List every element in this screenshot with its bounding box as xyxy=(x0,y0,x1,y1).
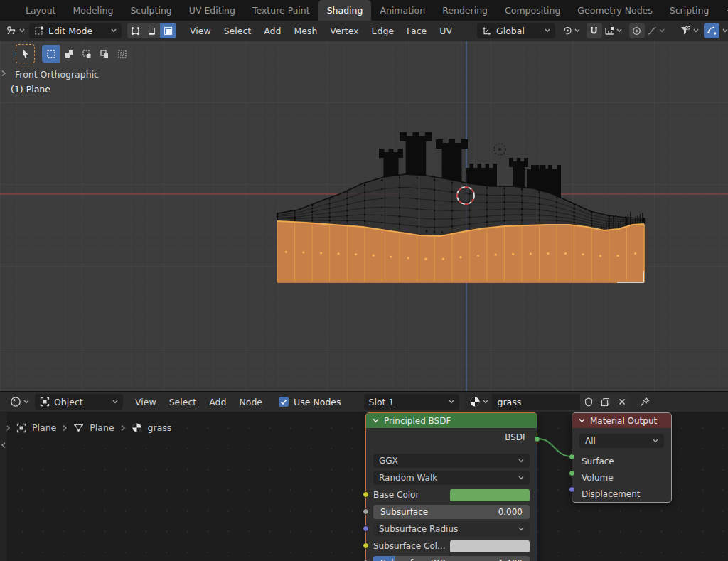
displacement-input-socket[interactable] xyxy=(569,486,575,493)
subsurface-slider[interactable]: Subsurface 0.000 xyxy=(373,505,530,519)
principled-node-header[interactable]: Principled BSDF xyxy=(366,413,537,428)
material-output-node[interactable]: Material Output All Surface Volume Displ… xyxy=(572,412,672,503)
volume-input-socket[interactable] xyxy=(569,470,575,476)
use-nodes-checkbox[interactable] xyxy=(279,397,289,407)
vertex-select-button[interactable] xyxy=(127,23,144,38)
base-color-socket[interactable] xyxy=(363,491,369,498)
editor-type-button[interactable] xyxy=(6,23,25,38)
collapse-arrow-icon[interactable] xyxy=(1,442,6,449)
subsurface-radius-dropdown[interactable]: Subsurface Radius xyxy=(373,522,530,536)
select-mode-extend-button[interactable] xyxy=(60,45,77,63)
tab-geometry-nodes[interactable]: Geometry Nodes xyxy=(569,0,660,21)
tab-shading[interactable]: Shading xyxy=(318,0,372,21)
filter-dropdown[interactable] xyxy=(677,23,701,38)
menu-uv[interactable]: UV xyxy=(433,23,459,39)
breadcrumb-material[interactable]: grass xyxy=(148,422,172,433)
surface-input-socket[interactable] xyxy=(569,454,575,460)
select-difference-icon xyxy=(100,49,109,59)
menu-mesh[interactable]: Mesh xyxy=(287,23,323,39)
breadcrumb-mesh[interactable]: Plane xyxy=(90,422,114,433)
use-nodes-toggle[interactable]: Use Nodes xyxy=(279,397,341,407)
tab-compositing[interactable]: Compositing xyxy=(496,0,569,21)
proportional-editing-button[interactable] xyxy=(629,23,645,38)
menu-vertex[interactable]: Vertex xyxy=(323,23,365,39)
mode-dropdown[interactable]: Edit Mode xyxy=(29,23,122,38)
subsurface-ior-slider[interactable]: Subsurface IOR 1.400 xyxy=(373,556,530,561)
chevron-down-icon xyxy=(518,476,524,480)
viewport-canvas[interactable] xyxy=(0,21,728,391)
edge-select-button[interactable] xyxy=(144,23,160,38)
chevron-down-icon xyxy=(722,28,728,33)
material-name-field[interactable]: grass xyxy=(492,397,580,407)
material-browse-button[interactable] xyxy=(465,394,492,410)
slot-dropdown[interactable]: Slot 1 xyxy=(364,394,459,410)
fake-user-button[interactable] xyxy=(580,394,597,410)
base-color-swatch[interactable] xyxy=(450,489,530,501)
editor-type-button-shader[interactable] xyxy=(10,394,29,410)
menu-add[interactable]: Add xyxy=(257,23,287,39)
menu-select[interactable]: Select xyxy=(218,23,258,39)
menu-face[interactable]: Face xyxy=(400,23,433,39)
shader-type-dropdown[interactable]: Object xyxy=(35,394,123,410)
edit-mode-icon xyxy=(34,26,44,36)
add-workspace-button[interactable]: + xyxy=(717,0,728,21)
tab-animation[interactable]: Animation xyxy=(371,0,434,21)
tab-scripting[interactable]: Scripting xyxy=(661,0,718,21)
select-mode-set-button[interactable] xyxy=(42,45,60,63)
proportional-falloff-dropdown[interactable] xyxy=(645,23,668,38)
chevron-down-icon xyxy=(693,28,699,33)
collapse-chevron-icon[interactable] xyxy=(373,418,379,423)
bsdf-surface-link[interactable] xyxy=(537,439,572,456)
shader-editor-region: Object View Select Add Node Use Nodes Sl… xyxy=(0,391,728,561)
bsdf-output-socket[interactable] xyxy=(534,436,540,442)
output-target-dropdown[interactable]: All xyxy=(579,434,664,448)
object-icon xyxy=(40,397,50,407)
select-mode-intersect-button[interactable] xyxy=(113,45,131,63)
tab-uv-editing[interactable]: UV Editing xyxy=(181,0,244,21)
transform-orientation-dropdown[interactable]: Global xyxy=(477,23,555,38)
face-select-button[interactable] xyxy=(160,23,176,38)
principled-bsdf-node[interactable]: Principled BSDF BSDF GGX Random Walk Bas… xyxy=(365,412,537,561)
new-material-button[interactable] xyxy=(597,394,614,410)
menu-view[interactable]: View xyxy=(183,23,218,39)
menu-view-shader[interactable]: View xyxy=(129,394,163,410)
unlink-material-button[interactable] xyxy=(614,394,630,410)
vertex-select-icon xyxy=(131,26,140,36)
snap-toggle-button[interactable] xyxy=(587,23,602,38)
select-intersect-icon xyxy=(117,49,127,59)
subsurface-radius-socket[interactable] xyxy=(363,525,369,532)
menu-edge[interactable]: Edge xyxy=(365,23,400,39)
breadcrumb-object[interactable]: Plane xyxy=(32,422,56,433)
chevron-down-icon xyxy=(483,400,488,404)
tweak-tool-button[interactable] xyxy=(16,44,35,63)
menu-add-shader[interactable]: Add xyxy=(203,394,232,410)
subsurface-color-swatch[interactable] xyxy=(450,540,530,552)
sidebar-expand-arrow[interactable] xyxy=(1,70,6,77)
pivot-point-dropdown[interactable] xyxy=(561,23,582,38)
snap-target-dropdown[interactable] xyxy=(602,23,625,38)
snap-target-icon xyxy=(604,26,615,36)
select-mode-subtract-button[interactable] xyxy=(77,45,95,63)
gizmo-toggle-button[interactable] xyxy=(704,23,719,38)
tab-modeling[interactable]: Modeling xyxy=(65,0,122,21)
subsurface-socket[interactable] xyxy=(363,508,369,515)
chevron-down-icon xyxy=(518,459,524,463)
material-output-header[interactable]: Material Output xyxy=(572,413,671,428)
select-subtract-icon xyxy=(82,49,92,59)
chevron-down-icon xyxy=(449,400,454,404)
subsurface-color-socket[interactable] xyxy=(363,543,369,549)
gizmo-icon xyxy=(707,26,717,36)
subsurface-method-dropdown[interactable]: Random Walk xyxy=(373,471,530,485)
distribution-dropdown[interactable]: GGX xyxy=(373,454,530,468)
select-mode-difference-button[interactable] xyxy=(95,45,113,63)
tab-layout[interactable]: Layout xyxy=(17,0,65,21)
tab-rendering[interactable]: Rendering xyxy=(434,0,496,21)
tab-texture-paint[interactable]: Texture Paint xyxy=(244,0,318,21)
pin-button[interactable] xyxy=(637,394,653,410)
menu-select-shader[interactable]: Select xyxy=(163,394,203,410)
chevron-down-icon xyxy=(23,400,29,404)
tab-sculpting[interactable]: Sculpting xyxy=(122,0,180,21)
menu-node-shader[interactable]: Node xyxy=(232,394,269,410)
chevron-down-icon xyxy=(19,28,25,33)
collapse-chevron-icon[interactable] xyxy=(579,418,585,423)
